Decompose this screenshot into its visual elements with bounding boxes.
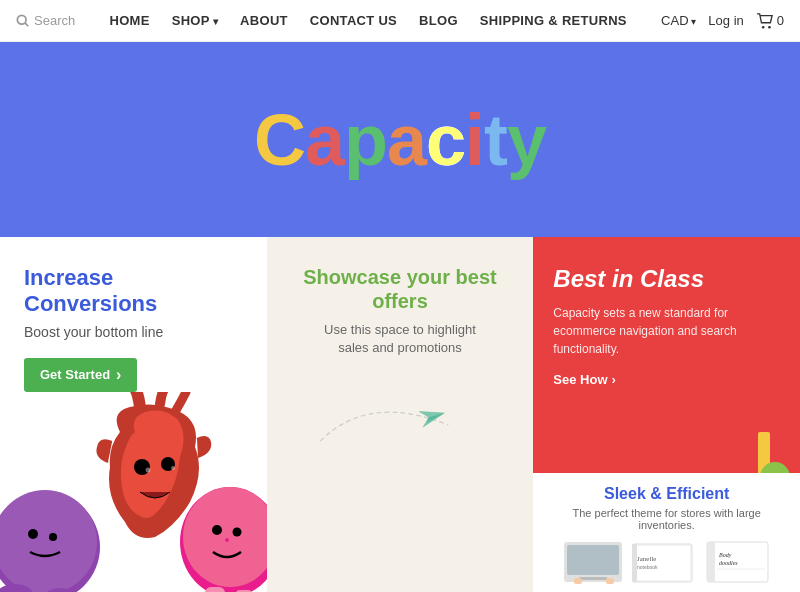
- cart-button[interactable]: 0: [756, 13, 784, 29]
- panel-best-in-class: Best in Class Capacity sets a new standa…: [533, 237, 800, 592]
- svg-text:notebook: notebook: [637, 564, 658, 570]
- svg-point-6: [28, 529, 38, 539]
- svg-rect-29: [606, 578, 614, 584]
- svg-point-3: [768, 25, 771, 28]
- svg-point-12: [134, 459, 150, 475]
- increase-subtitle: Boost your bottom line: [24, 324, 243, 340]
- stuffed-animals: [0, 372, 267, 592]
- bodydoodles-product: Body doodles: [705, 539, 770, 584]
- letter-p: p: [344, 100, 387, 180]
- pink-blob: [175, 472, 267, 592]
- sleek-section: Sleek & Efficient The perfect theme for …: [533, 473, 800, 592]
- svg-rect-28: [574, 578, 582, 584]
- svg-rect-36: [707, 542, 715, 582]
- letter-i: i: [465, 100, 484, 180]
- nav-about[interactable]: ABOUT: [240, 13, 288, 28]
- svg-text:Body: Body: [719, 552, 732, 558]
- paper-plane-svg: [287, 377, 514, 457]
- svg-point-5: [0, 490, 97, 592]
- increase-title: Increase Conversions: [24, 265, 243, 318]
- nav-blog[interactable]: BLOG: [419, 13, 458, 28]
- svg-rect-31: [634, 546, 690, 580]
- book-product: Janelle notebook: [632, 539, 697, 584]
- panel-showcase: Showcase your best offers Use this space…: [267, 237, 534, 592]
- svg-rect-27: [579, 577, 607, 580]
- svg-point-18: [212, 525, 222, 535]
- letter-a2: a: [387, 100, 426, 180]
- panel-increase-conversions: Increase Conversions Boost your bottom l…: [0, 237, 267, 592]
- letter-c: c: [426, 100, 465, 180]
- main-nav: HOME SHOP ABOUT CONTACT US BLOG SHIPPING…: [109, 13, 626, 28]
- currency-selector[interactable]: CAD: [661, 13, 696, 28]
- best-in-class-description: Capacity sets a new standard for ecommer…: [553, 304, 780, 358]
- svg-text:doodles: doodles: [719, 560, 738, 566]
- search-label: Search: [34, 13, 75, 28]
- svg-point-19: [233, 528, 242, 537]
- panel-left-text: Increase Conversions Boost your bottom l…: [24, 265, 243, 392]
- cart-icon: [756, 13, 774, 29]
- letter-t: t: [484, 100, 507, 180]
- svg-point-0: [17, 15, 26, 24]
- sleek-subtitle: The perfect theme for stores with large …: [547, 507, 786, 531]
- header-right: CAD Log in 0: [661, 13, 784, 29]
- hero-banner: Capacity: [0, 42, 800, 237]
- tablet-product: [564, 542, 624, 584]
- nav-shipping[interactable]: SHIPPING & RETURNS: [480, 13, 627, 28]
- svg-line-1: [25, 23, 28, 26]
- showcase-subtitle: Use this space to highlightsales and pro…: [324, 321, 476, 357]
- decorations: Sleek & Efficient The perfect theme for …: [533, 432, 800, 592]
- letter-y: y: [507, 100, 546, 180]
- nav-contact[interactable]: CONTACT US: [310, 13, 397, 28]
- nav-home[interactable]: HOME: [109, 13, 149, 28]
- svg-point-14: [146, 468, 151, 473]
- cart-count: 0: [777, 13, 784, 28]
- see-how-link[interactable]: See How: [553, 372, 616, 387]
- content-grid: Increase Conversions Boost your bottom l…: [0, 237, 800, 592]
- svg-rect-34: [632, 544, 637, 582]
- svg-point-15: [171, 466, 175, 470]
- svg-text:Janelle: Janelle: [637, 555, 656, 563]
- sleek-products: Janelle notebook Body doodles: [564, 539, 770, 584]
- letter-C: C: [254, 100, 305, 180]
- svg-point-7: [49, 533, 57, 541]
- login-link[interactable]: Log in: [708, 13, 743, 28]
- svg-point-20: [225, 538, 229, 542]
- nav-shop[interactable]: SHOP: [172, 13, 218, 28]
- search-area[interactable]: Search: [16, 13, 75, 28]
- letter-a1: a: [305, 100, 344, 180]
- search-icon: [16, 14, 30, 28]
- svg-point-2: [762, 25, 765, 28]
- site-header: Search HOME SHOP ABOUT CONTACT US BLOG S…: [0, 0, 800, 42]
- sleek-title: Sleek & Efficient: [604, 485, 729, 503]
- best-in-class-title: Best in Class: [553, 265, 704, 294]
- hero-title: Capacity: [254, 99, 546, 181]
- get-started-button[interactable]: Get Started: [24, 358, 137, 392]
- showcase-title: Showcase your best offers: [287, 265, 514, 313]
- paper-plane-area: [287, 377, 514, 457]
- svg-rect-26: [567, 545, 619, 575]
